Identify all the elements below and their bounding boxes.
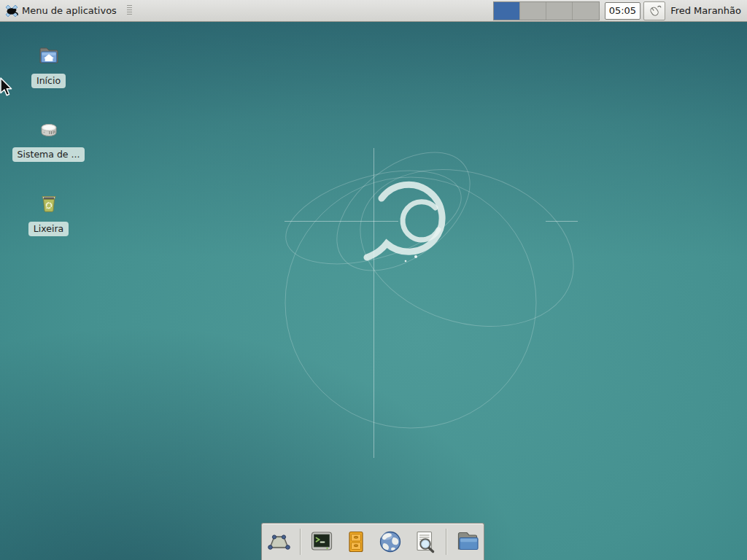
trash-bin-icon <box>36 191 61 216</box>
file-manager-launcher[interactable] <box>453 527 482 556</box>
applications-menu-label: Menu de aplicativos <box>22 5 117 16</box>
crosshair-lines <box>285 148 578 458</box>
terminal-launcher[interactable] <box>307 527 336 556</box>
username-label[interactable]: Fred Maranhão <box>670 5 741 16</box>
workspace-3[interactable] <box>546 2 573 20</box>
search-document-icon <box>410 527 439 556</box>
file-cabinet-launcher[interactable] <box>341 527 371 556</box>
bottom-dock <box>261 523 484 560</box>
workspace-4[interactable] <box>573 2 599 20</box>
mouse-device-icon <box>647 4 662 18</box>
workspace-switcher <box>493 1 600 20</box>
show-desktop-icon <box>264 527 293 556</box>
clock-time: 05:05 <box>609 5 636 16</box>
desktop-icon-filesystem[interactable]: Sistema de ... <box>13 117 84 162</box>
dock-separator <box>300 529 301 555</box>
desktop-icon-trash[interactable]: Lixeira <box>13 191 84 236</box>
web-browser-launcher[interactable] <box>376 527 405 556</box>
workspace-1[interactable] <box>494 2 520 20</box>
desktop-icon-label: Início <box>31 74 66 88</box>
globe-icon <box>376 527 405 556</box>
desktop-icon-home[interactable]: Início <box>13 43 84 88</box>
top-panel: Menu de aplicativos 05:05 Fred Maranhão <box>0 0 747 22</box>
debian-lines-wallpaper <box>0 0 747 560</box>
dock-separator <box>446 529 446 555</box>
applications-menu-button[interactable]: Menu de aplicativos <box>0 0 121 21</box>
grip-icon[interactable] <box>127 5 132 16</box>
panel-right-area: 05:05 Fred Maranhão <box>493 0 747 21</box>
folder-icon <box>453 527 482 556</box>
debian-swirl <box>367 184 442 262</box>
desktop-icon-label: Sistema de ... <box>12 147 85 162</box>
file-cabinet-icon <box>341 527 371 556</box>
desktop-icon-label: Lixeira <box>28 222 69 236</box>
home-folder-icon <box>36 43 61 68</box>
xfce-mouse-logo-icon <box>4 4 18 18</box>
terminal-icon <box>307 527 336 556</box>
search-files-launcher[interactable] <box>410 527 439 556</box>
filesystem-drive-icon <box>36 117 61 141</box>
clock[interactable]: 05:05 <box>605 2 640 20</box>
arrow-cursor-icon <box>0 77 14 97</box>
show-desktop-button[interactable] <box>264 527 293 556</box>
workspace-2[interactable] <box>520 2 546 20</box>
tray-mouse-button[interactable] <box>643 1 665 20</box>
